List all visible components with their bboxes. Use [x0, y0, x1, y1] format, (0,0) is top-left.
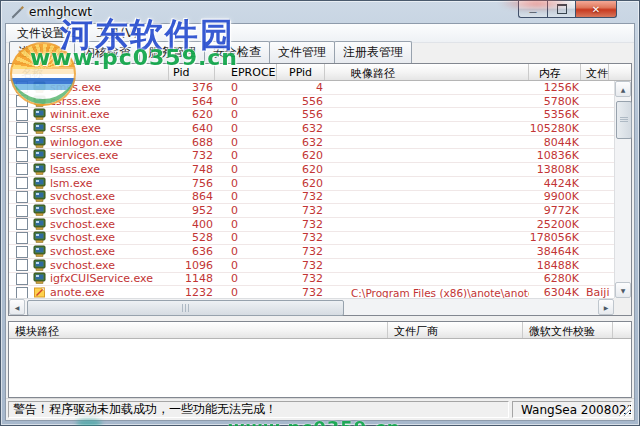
process-pid: 688	[169, 136, 215, 149]
process-pid: 864	[169, 190, 215, 203]
process-vendor: Baiji	[581, 286, 614, 298]
column-header-ppid[interactable]: PPid	[277, 64, 325, 80]
column-header-pid[interactable]: Pid	[169, 64, 215, 80]
row-checkbox[interactable]	[16, 136, 28, 148]
column-header-vendor[interactable]: 文件厂商	[581, 64, 609, 80]
process-eprocess: 0	[215, 122, 277, 135]
process-pid: 564	[169, 95, 215, 108]
maximize-icon	[557, 4, 567, 14]
tab-3[interactable]: 安全检查	[204, 41, 270, 64]
process-icon	[33, 231, 50, 244]
process-memory: 6304K	[529, 286, 581, 298]
process-name: services.exe	[50, 149, 169, 162]
tab-strip: 进程管理内核检查服务管理安全检查文件管理注册表管理	[6, 43, 634, 64]
process-name: anote.exe	[50, 286, 169, 298]
process-eprocess: 0	[215, 272, 277, 285]
row-checkbox[interactable]	[16, 218, 28, 230]
process-name: winlogon.exe	[50, 136, 169, 149]
process-ppid: 620	[277, 149, 325, 162]
process-row[interactable]: smss.exe376041256K	[9, 81, 614, 95]
process-row[interactable]: wininit.exe62005565356K	[9, 108, 614, 122]
vertical-scroll-thumb[interactable]	[616, 101, 632, 139]
column-header-eprocess[interactable]: EPROCESS	[215, 64, 277, 80]
row-checkbox[interactable]	[16, 163, 28, 175]
column-header-mem[interactable]: 内存	[529, 64, 581, 80]
row-checkbox[interactable]	[16, 95, 28, 107]
process-name: svchost.exe	[50, 218, 169, 231]
resize-grip-icon[interactable]	[618, 404, 630, 416]
process-eprocess: 0	[215, 81, 277, 94]
scroll-down-button[interactable]: ▼	[615, 282, 631, 298]
process-eprocess: 0	[215, 286, 277, 298]
process-row[interactable]: lsass.exe748062013808K	[9, 163, 614, 177]
tab-2[interactable]: 服务管理	[139, 41, 205, 64]
module-list-header: 模块路径文件厂商微软文件校验	[9, 322, 631, 339]
process-row[interactable]: csrss.exe6400632105280K	[9, 122, 614, 136]
row-checkbox[interactable]	[16, 81, 28, 93]
menu-item-1[interactable]: 工具(V)	[90, 24, 146, 43]
menu-item-0[interactable]: 文件设置(Z)	[10, 24, 90, 43]
process-name: svchost.exe	[50, 204, 169, 217]
column-header-verify[interactable]: 微软文件校验	[523, 322, 613, 338]
process-ppid: 556	[277, 95, 325, 108]
process-row[interactable]: lsm.exe75606204424K	[9, 177, 614, 191]
row-checkbox[interactable]	[16, 287, 28, 298]
process-memory: 9772K	[529, 204, 581, 217]
row-checkbox[interactable]	[16, 205, 28, 217]
column-header-path[interactable]: 映像路径	[325, 64, 529, 80]
process-row[interactable]: svchost.exe95207329772K	[9, 204, 614, 218]
scrollbar-corner	[614, 298, 631, 315]
process-row[interactable]: igfxCUIService.exe114807326280K	[9, 273, 614, 287]
process-row[interactable]: anote.exe12320732C:\Program Files (x86)\…	[9, 286, 614, 298]
horizontal-scrollbar[interactable]: ◀ ▶	[9, 298, 614, 315]
process-memory: 9900K	[529, 190, 581, 203]
process-row[interactable]: services.exe732062010836K	[9, 149, 614, 163]
process-name: igfxCUIService.exe	[50, 272, 169, 285]
row-checkbox[interactable]	[16, 191, 28, 203]
row-checkbox[interactable]	[16, 150, 28, 162]
vertical-scrollbar[interactable]: ▲ ▼	[614, 81, 631, 298]
maximize-button[interactable]	[547, 1, 575, 18]
process-row[interactable]: svchost.exe5280732178056K	[9, 232, 614, 246]
process-memory: 1256K	[529, 81, 581, 94]
scroll-up-button[interactable]: ▲	[615, 81, 631, 97]
column-header-path[interactable]: 模块路径	[9, 322, 388, 338]
row-checkbox[interactable]	[16, 273, 28, 285]
scroll-right-button[interactable]: ▶	[598, 299, 614, 315]
process-eprocess: 0	[215, 177, 277, 190]
row-checkbox[interactable]	[16, 177, 28, 189]
column-header-name[interactable]: 名称	[9, 64, 169, 80]
row-checkbox[interactable]	[16, 109, 28, 121]
process-list-header: 名称PidEPROCESSPPid映像路径内存文件厂商	[9, 64, 631, 81]
scroll-left-button[interactable]: ◀	[9, 299, 25, 315]
process-memory: 5780K	[529, 95, 581, 108]
process-pid: 376	[169, 81, 215, 94]
minimize-button[interactable]: —	[518, 1, 547, 18]
process-pid: 528	[169, 231, 215, 244]
note-icon	[33, 286, 50, 298]
row-checkbox[interactable]	[16, 259, 28, 271]
process-icon	[33, 81, 50, 94]
process-row[interactable]: svchost.exe1096073218488K	[9, 259, 614, 273]
process-row[interactable]: winlogon.exe68806328044K	[9, 136, 614, 150]
row-checkbox[interactable]	[16, 122, 28, 134]
process-pid: 952	[169, 204, 215, 217]
tab-1[interactable]: 内核检查	[74, 41, 140, 64]
tab-5[interactable]: 注册表管理	[334, 41, 412, 64]
close-button[interactable]: ✕	[575, 1, 617, 18]
process-row[interactable]: csrss.exe56405565780K	[9, 95, 614, 109]
process-row[interactable]: svchost.exe636073238464K	[9, 245, 614, 259]
horizontal-scroll-thumb[interactable]	[27, 300, 344, 316]
process-ppid: 632	[277, 136, 325, 149]
process-row[interactable]: svchost.exe400073225200K	[9, 218, 614, 232]
app-window: emhghcwt — ✕ 文件设置(Z)工具(V) 进程管理内核检查服务管理安全…	[0, 0, 640, 426]
process-memory: 18488K	[529, 259, 581, 272]
tab-4[interactable]: 文件管理	[269, 41, 335, 64]
tab-0[interactable]: 进程管理	[9, 41, 75, 64]
process-name: lsm.exe	[50, 177, 169, 190]
row-checkbox[interactable]	[16, 246, 28, 258]
column-header-vendor[interactable]: 文件厂商	[388, 322, 523, 338]
process-row[interactable]: svchost.exe86407329900K	[9, 191, 614, 205]
title-bar[interactable]: emhghcwt — ✕	[1, 1, 639, 23]
row-checkbox[interactable]	[16, 232, 28, 244]
